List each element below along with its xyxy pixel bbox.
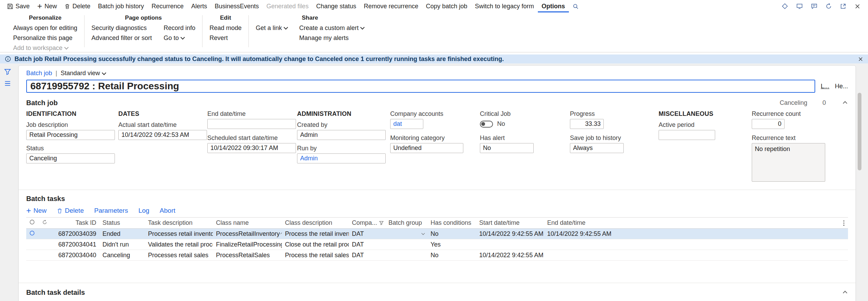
column-options-header[interactable] — [612, 218, 848, 229]
company-accounts-field[interactable] — [390, 119, 423, 129]
batch-tasks-section-header[interactable]: Batch tasks — [19, 190, 856, 203]
class-name-cell[interactable]: FinalizeRetailProcessing — [213, 239, 282, 250]
security-diagnostics-button[interactable]: Security diagnostics — [91, 24, 152, 32]
batch-task-details-header[interactable]: Batch task details — [19, 283, 856, 301]
row-select-cell[interactable] — [26, 250, 39, 261]
critical-job-toggle[interactable]: No — [480, 119, 534, 129]
class-description-cell[interactable]: Process the retail sales — [282, 250, 349, 261]
task-list-icon[interactable] — [4, 80, 11, 88]
column-header-task-id[interactable]: Task ID — [52, 218, 99, 229]
end-cell[interactable] — [544, 250, 612, 261]
start-cell[interactable] — [476, 239, 544, 250]
status-cell[interactable]: Didn't run — [99, 239, 145, 250]
task-description-cell[interactable]: Processes retail sales — [145, 250, 213, 261]
chevron-up-icon[interactable] — [843, 291, 847, 295]
recurrence-button[interactable]: Recurrence — [148, 0, 187, 12]
scheduled-start-field[interactable] — [207, 143, 296, 153]
status-cell[interactable]: Canceling — [99, 250, 145, 261]
monitoring-category-field[interactable] — [390, 143, 463, 153]
company-cell[interactable]: DAT — [349, 239, 385, 250]
job-description-field[interactable] — [26, 130, 115, 140]
row-select-cell[interactable] — [26, 229, 39, 239]
diamond-icon[interactable] — [782, 3, 788, 9]
save-button[interactable]: Save — [3, 0, 33, 12]
chat-icon[interactable] — [811, 3, 817, 9]
chevron-up-icon[interactable] — [843, 101, 847, 106]
always-open-for-editing-button[interactable]: Always open for editing — [13, 24, 77, 32]
batch-group-cell[interactable] — [385, 229, 427, 239]
select-all-header[interactable] — [26, 218, 39, 229]
task-id-cell[interactable]: 68720034040 — [52, 250, 99, 261]
column-header-has-conditions[interactable]: Has conditions — [427, 218, 476, 229]
created-by-field[interactable] — [297, 130, 386, 140]
alerts-button[interactable]: Alerts — [187, 0, 211, 12]
filter-pane-icon[interactable] — [4, 68, 11, 77]
chevron-down-icon[interactable] — [422, 232, 425, 235]
switch-to-legacy-form-button[interactable]: Switch to legacy form — [471, 0, 538, 12]
company-cell[interactable]: DAT — [349, 250, 385, 261]
column-header-class-name[interactable]: Class name — [213, 218, 282, 229]
refresh-icon[interactable] — [826, 3, 832, 9]
vertical-scrollbar[interactable] — [857, 65, 862, 301]
save-job-to-history-field[interactable] — [570, 143, 624, 153]
log-button[interactable]: Log — [138, 207, 149, 214]
class-description-cell[interactable]: Process the retail inventory — [282, 229, 349, 239]
progress-field[interactable] — [570, 119, 604, 129]
copy-batch-job-button[interactable]: Copy batch job — [422, 0, 471, 12]
column-header-task-description[interactable]: Task description — [145, 218, 213, 229]
personalize-this-page-button[interactable]: Personalize this page — [13, 34, 77, 42]
lines-button[interactable]: L... — [821, 83, 829, 90]
table-row[interactable]: 68720034041 Didn't run Validates the ret… — [26, 239, 848, 250]
header-button[interactable]: He... — [835, 83, 848, 90]
revert-button[interactable]: Revert — [209, 34, 241, 42]
manage-my-alerts-button[interactable]: Manage my alerts — [299, 34, 364, 42]
options-tab[interactable]: Options — [538, 0, 569, 12]
grid-new-button[interactable]: +New — [26, 207, 47, 214]
search-button[interactable] — [569, 0, 582, 12]
column-header-batch-group[interactable]: Batch group — [385, 218, 427, 229]
end-datetime-field[interactable] — [207, 119, 296, 129]
remove-recurrence-button[interactable]: Remove recurrence — [360, 0, 422, 12]
column-header-start[interactable]: Start date/time — [476, 218, 544, 229]
column-header-end[interactable]: End date/time — [544, 218, 612, 229]
class-description-cell[interactable]: Close out the retail proce... — [282, 239, 349, 250]
class-name-cell[interactable]: ProcessRetailSales — [213, 250, 282, 261]
open-new-window-icon[interactable] — [840, 3, 846, 9]
has-alert-field[interactable] — [480, 143, 534, 153]
abort-button[interactable]: Abort — [160, 207, 175, 214]
batch-job-fasttab-header[interactable]: Batch job Canceling 0 — [19, 97, 856, 108]
end-cell[interactable] — [544, 239, 612, 250]
actual-start-field[interactable] — [118, 130, 207, 140]
go-to-button[interactable]: Go to — [164, 34, 195, 42]
class-name-cell[interactable]: ProcessRetailInventory — [213, 229, 282, 239]
business-events-button[interactable]: BusinessEvents — [211, 0, 263, 12]
task-id-cell[interactable]: 68720034041 — [52, 239, 99, 250]
change-status-button[interactable]: Change status — [312, 0, 360, 12]
scrollbar-thumb[interactable] — [858, 93, 861, 170]
row-select-cell[interactable] — [26, 239, 39, 250]
status-cell[interactable]: Ended — [99, 229, 145, 239]
new-button[interactable]: + New — [33, 0, 61, 12]
active-period-field[interactable] — [659, 130, 715, 140]
breadcrumb-entity-link[interactable]: Batch job — [26, 70, 52, 77]
message-close-icon[interactable] — [858, 57, 863, 62]
read-mode-button[interactable]: Read mode — [209, 24, 241, 32]
has-conditions-cell[interactable]: No — [427, 229, 476, 239]
delete-button[interactable]: Delete — [61, 0, 94, 12]
record-title-input[interactable]: 68719955792 : Retail Processing — [26, 80, 815, 93]
column-header-class-description[interactable]: Class description — [282, 218, 349, 229]
recurrence-count-field[interactable] — [752, 119, 785, 129]
has-conditions-cell[interactable]: No — [427, 250, 476, 261]
task-description-cell[interactable]: Processes retail inventory — [145, 229, 213, 239]
end-cell[interactable]: 10/14/2022 9:42:55 AM — [544, 229, 612, 239]
has-conditions-cell[interactable]: Yes — [427, 239, 476, 250]
batch-group-cell[interactable] — [385, 250, 427, 261]
record-info-button[interactable]: Record info — [164, 24, 195, 32]
task-description-cell[interactable]: Validates the retail process — [145, 239, 213, 250]
table-row[interactable]: 68720034040 Canceling Processes retail s… — [26, 250, 848, 261]
company-cell[interactable]: DAT — [349, 229, 385, 239]
start-cell[interactable]: 10/14/2022 9:42:55 AM — [476, 250, 544, 261]
view-selector[interactable]: Standard view — [61, 70, 106, 77]
grid-delete-button[interactable]: Delete — [57, 207, 84, 214]
column-header-company[interactable]: Compa... — [349, 218, 385, 229]
